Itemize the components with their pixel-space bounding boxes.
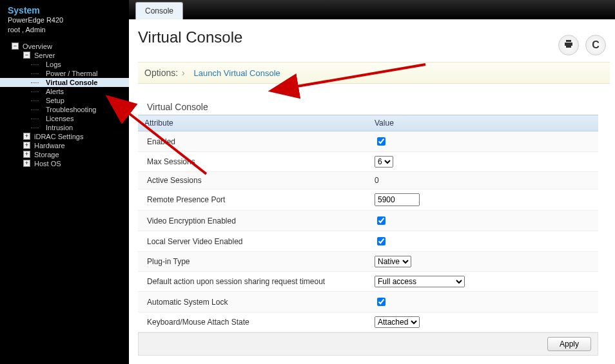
- table-row: Max Sessions 6: [138, 152, 598, 172]
- tree-connector-icon: [35, 100, 42, 101]
- section-title: Virtual Console: [147, 102, 610, 112]
- local-video-checkbox[interactable]: [377, 237, 386, 245]
- refresh-button[interactable]: C: [585, 35, 606, 55]
- table-row: Keyboard/Mouse Attach State Attached: [138, 312, 598, 332]
- tabstrip: Console: [129, 0, 615, 19]
- tree-overview[interactable]: − Overview: [0, 42, 129, 51]
- main-panel: Console Virtual Console C Options:: [129, 0, 615, 364]
- tree-storage[interactable]: + Storage: [0, 150, 129, 159]
- tree-connector-icon: [35, 64, 42, 64]
- attr-active-sessions: Active Sessions: [138, 172, 368, 189]
- tree-virtual-console[interactable]: Virtual Console: [0, 78, 129, 87]
- attr-max-sessions: Max Sessions: [138, 152, 368, 172]
- value-active-sessions: 0: [368, 172, 598, 189]
- tree-connector-icon: [35, 109, 42, 110]
- system-model: PowerEdge R420: [8, 15, 121, 25]
- expand-icon[interactable]: +: [23, 160, 30, 167]
- system-user: root , Admin: [8, 25, 121, 35]
- max-sessions-select[interactable]: 6: [375, 156, 393, 168]
- attr-enabled: Enabled: [138, 131, 368, 152]
- tree-licenses[interactable]: Licenses: [0, 114, 129, 123]
- attr-kb-mouse: Keyboard/Mouse Attach State: [138, 312, 368, 332]
- attr-local-video: Local Server Video Enabled: [138, 231, 368, 252]
- tree-alerts[interactable]: Alerts: [0, 87, 129, 96]
- refresh-icon: C: [592, 39, 600, 51]
- default-action-select[interactable]: Full access: [375, 276, 465, 287]
- table-row: Default action upon session sharing requ…: [138, 272, 598, 292]
- kb-mouse-select[interactable]: Attached: [375, 316, 420, 328]
- col-attribute: Attribute: [138, 115, 368, 131]
- tree-logs[interactable]: Logs: [0, 60, 129, 69]
- video-encryption-checkbox[interactable]: [377, 216, 386, 225]
- tree-host-os[interactable]: + Host OS: [0, 159, 129, 168]
- content-area: Virtual Console C Options: › Launch Virt…: [129, 19, 615, 364]
- attr-video-encryption: Video Encryption Enabled: [138, 211, 368, 231]
- table-row: Enabled: [138, 131, 598, 152]
- collapse-icon[interactable]: −: [23, 52, 30, 59]
- table-row: Remote Presence Port: [138, 189, 598, 211]
- sidebar: System PowerEdge R420 root , Admin − Ove…: [0, 0, 129, 364]
- tree-idrac-settings[interactable]: + iDRAC Settings: [0, 132, 129, 141]
- apply-button[interactable]: Apply: [547, 337, 591, 351]
- system-title: System: [8, 5, 121, 15]
- tree-connector-icon: [35, 73, 42, 73]
- tree-hardware[interactable]: + Hardware: [0, 141, 129, 150]
- table-row: Video Encryption Enabled: [138, 211, 598, 231]
- options-bar: Options: › Launch Virtual Console: [138, 62, 610, 84]
- footer-bar: Apply: [138, 332, 598, 356]
- expand-icon[interactable]: +: [23, 151, 30, 158]
- tree-setup[interactable]: Setup: [0, 96, 129, 105]
- expand-icon[interactable]: +: [23, 133, 30, 140]
- attr-remote-port: Remote Presence Port: [138, 189, 368, 211]
- col-value: Value: [368, 115, 598, 131]
- table-row: Active Sessions 0: [138, 172, 598, 189]
- plugin-type-select[interactable]: Native: [375, 256, 411, 267]
- collapse-icon[interactable]: −: [12, 43, 19, 50]
- system-block: System PowerEdge R420 root , Admin: [0, 5, 129, 42]
- table-row: Plug-in Type Native: [138, 252, 598, 272]
- tree-connector-icon: [35, 82, 42, 82]
- remote-port-input[interactable]: [375, 193, 420, 206]
- attr-default-action: Default action upon session sharing requ…: [138, 272, 368, 292]
- expand-icon[interactable]: +: [23, 142, 30, 149]
- nav-tree: − Overview − Server Logs Power / Thermal…: [0, 42, 129, 168]
- settings-table: Attribute Value Enabled Max Sessions 6: [138, 115, 598, 332]
- tree-server[interactable]: − Server: [0, 51, 129, 60]
- tree-connector-icon: [35, 127, 42, 128]
- tree-connector-icon: [35, 91, 42, 91]
- auto-lock-checkbox[interactable]: [377, 298, 386, 306]
- launch-virtual-console-link[interactable]: Launch Virtual Console: [194, 68, 280, 78]
- options-label: Options:: [144, 68, 178, 78]
- printer-icon: [563, 39, 574, 52]
- attr-auto-lock: Automatic System Lock: [138, 292, 368, 312]
- tab-console[interactable]: Console: [135, 2, 183, 19]
- enabled-checkbox[interactable]: [377, 137, 386, 146]
- tree-intrusion[interactable]: Intrusion: [0, 123, 129, 132]
- tree-power-thermal[interactable]: Power / Thermal: [0, 69, 129, 78]
- tree-connector-icon: [35, 118, 42, 119]
- print-button[interactable]: [558, 35, 579, 55]
- chevron-right-icon: ›: [182, 68, 185, 78]
- table-row: Automatic System Lock: [138, 292, 598, 312]
- tree-troubleshooting[interactable]: Troubleshooting: [0, 105, 129, 114]
- page-title: Virtual Console: [138, 28, 242, 46]
- table-row: Local Server Video Enabled: [138, 231, 598, 252]
- attr-plugin-type: Plug-in Type: [138, 252, 368, 272]
